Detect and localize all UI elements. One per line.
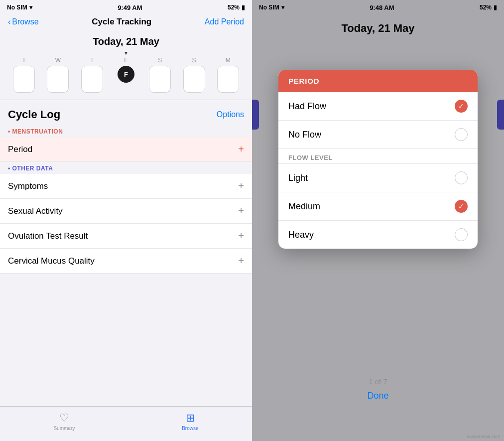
period-add-icon[interactable]: + [238,144,244,155]
no-flow-label: No Flow [288,130,321,140]
other-data-label: • OTHER DATA [0,162,252,174]
medium-label: Medium [288,201,320,212]
left-battery: 52% [228,4,240,11]
back-label: Browse [12,17,38,26]
had-flow-row[interactable]: Had Flow ✓ [278,92,478,121]
cervical-add-icon[interactable]: + [238,255,244,267]
medium-radio[interactable]: ✓ [455,200,468,213]
symptoms-add-icon[interactable]: + [238,180,244,192]
cal-day-s2: S [180,57,208,93]
right-panel: No SIM ▾ 9:48 AM 52% ▮ Today, 21 May PER… [252,0,504,441]
cervical-item[interactable]: Cervical Mucus Quality + [0,249,252,274]
divider-1 [0,100,252,100]
left-nav-bar: ‹ Browse Cycle Tracking Add Period [0,14,252,31]
left-date-header: Today, 21 May [0,31,252,50]
heavy-radio[interactable] [455,228,468,241]
cal-day-w: W [44,57,72,93]
cal-day-f: F F [112,57,140,93]
cal-day-t2: T [78,57,106,93]
no-flow-radio[interactable] [455,128,468,141]
done-button[interactable]: Done [252,391,504,401]
cycle-log-title: Cycle Log [8,108,60,121]
heavy-row[interactable]: Heavy [278,221,478,249]
left-status-bar: No SIM ▾ 9:49 AM 52% ▮ [0,0,252,14]
left-battery-icon: ▮ [242,4,245,11]
had-flow-label: Had Flow [288,101,326,112]
tab-summary-label: Summary [53,426,75,431]
tab-browse[interactable]: ⊞ Browse [182,412,198,431]
left-time: 9:49 AM [118,4,142,11]
modal-title: PERIOD [288,77,468,85]
cal-day-s1: S [146,57,174,93]
symptoms-item[interactable]: Symptoms + [0,174,252,199]
ovulation-item[interactable]: Ovulation Test Result + [0,224,252,249]
no-flow-row[interactable]: No Flow [278,121,478,149]
cycle-log-header: Cycle Log Options [0,104,252,125]
grid-icon: ⊞ [186,412,195,425]
symptoms-label: Symptoms [8,181,48,191]
light-row[interactable]: Light [278,164,478,192]
nav-title: Cycle Tracking [92,17,151,27]
calendar-days: T W T F F S S [5,57,247,93]
calendar-pointer: ▼ [124,50,128,56]
options-button[interactable]: Options [217,110,244,119]
tab-bar: ♡ Summary ⊞ Browse [0,406,252,441]
cal-day-m: M [214,57,242,93]
heart-icon: ♡ [59,412,69,425]
heavy-label: Heavy [288,230,314,240]
tab-summary[interactable]: ♡ Summary [53,412,75,431]
medium-row[interactable]: Medium ✓ [278,192,478,221]
sexual-activity-item[interactable]: Sexual Activity + [0,199,252,224]
watermark: www.deuaq.com [467,434,500,439]
period-label: Period [8,145,32,154]
light-label: Light [288,173,308,183]
bottom-controls: 1 of 7 Done [252,377,504,401]
sexual-activity-add-icon[interactable]: + [238,205,244,217]
add-period-button[interactable]: Add Period [205,17,244,26]
ovulation-add-icon[interactable]: + [238,230,244,242]
left-status-right: 52% ▮ [228,4,245,11]
tab-browse-label: Browse [182,426,198,431]
left-status-left: No SIM ▾ [7,4,32,11]
sexual-activity-label: Sexual Activity [8,206,63,216]
left-carrier: No SIM [7,4,27,11]
left-panel: No SIM ▾ 9:49 AM 52% ▮ ‹ Browse Cycle Tr… [0,0,252,441]
modal-overlay: PERIOD Had Flow ✓ No Flow FLOW LEVEL Lig… [252,0,504,441]
ovulation-label: Ovulation Test Result [8,231,88,241]
calendar-strip: ▼ T W T F F S [0,50,252,93]
cervical-label: Cervical Mucus Quality [8,256,95,266]
menstruation-label: • MENSTRUATION [0,125,252,137]
chevron-left-icon: ‹ [8,17,10,26]
page-indicator: 1 of 7 [252,377,504,386]
left-wifi-icon: ▾ [29,4,32,11]
period-modal: PERIOD Had Flow ✓ No Flow FLOW LEVEL Lig… [278,70,478,249]
light-radio[interactable] [455,171,468,184]
modal-header: PERIOD [278,70,478,92]
flow-level-label: FLOW LEVEL [278,149,478,164]
had-flow-radio[interactable]: ✓ [455,100,468,113]
back-button[interactable]: ‹ Browse [8,17,39,26]
period-item[interactable]: Period + [0,137,252,162]
cal-day-t1: T [10,57,38,93]
